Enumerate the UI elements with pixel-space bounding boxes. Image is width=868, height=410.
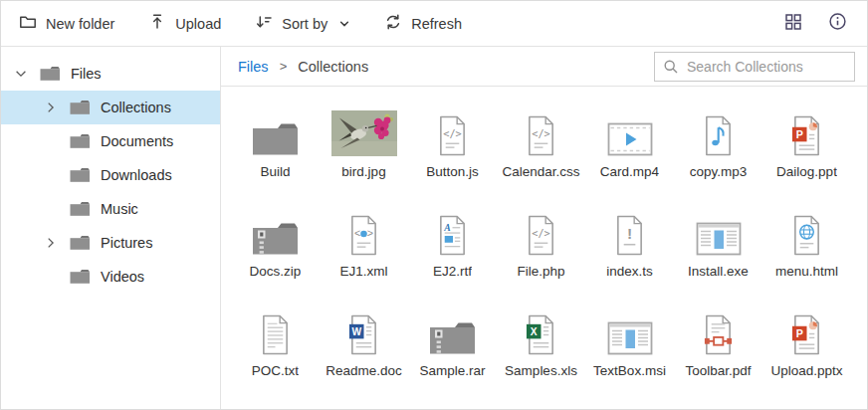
tree-item-label: Downloads: [101, 167, 172, 183]
refresh-icon: [384, 13, 402, 34]
image-file-icon: [331, 100, 397, 156]
file-name-label: File.php: [517, 264, 564, 279]
toolbar-button-label: Sort by: [282, 16, 327, 32]
info-icon: [828, 12, 847, 35]
file-name-label: bird.jpg: [341, 164, 385, 179]
chevron-right-icon[interactable]: [43, 100, 70, 115]
file-item-upload.pptx[interactable]: PUpload.pptx: [762, 296, 851, 395]
toolbar-button-label: Refresh: [411, 16, 462, 32]
file-item-toolbar.pdf[interactable]: Toolbar.pdf: [674, 296, 762, 395]
file-item-dailog.ppt[interactable]: PDailog.ppt: [762, 97, 851, 196]
search-input[interactable]: [685, 58, 848, 76]
file-name-label: TextBox.msi: [593, 363, 666, 378]
folder-icon: [70, 269, 90, 285]
svg-text:>: >: [367, 227, 373, 239]
upload-button[interactable]: Upload: [148, 13, 221, 34]
file-name-label: Install.exe: [688, 264, 749, 279]
file-name-label: EJ1.xml: [339, 264, 387, 279]
file-item-file.php[interactable]: </>File.php: [497, 196, 585, 296]
content-pane: Files>Collections Build bird.jpg</>Butto…: [221, 47, 867, 409]
ts-file-icon: !: [613, 199, 646, 256]
file-item-docs.zip[interactable]: Docs.zip: [231, 196, 320, 296]
file-item-poc.txt[interactable]: POC.txt: [231, 296, 320, 395]
file-item-ej2.rtf[interactable]: AEJ2.rtf: [408, 196, 497, 296]
svg-text:P: P: [796, 327, 803, 339]
breadcrumb-item-collections: Collections: [298, 59, 368, 75]
folder-icon: [70, 167, 90, 183]
file-name-label: Build: [260, 164, 290, 179]
archive-file-icon: [429, 299, 476, 355]
tree-item-collections[interactable]: Collections: [1, 91, 220, 124]
ppt-file-icon: P: [790, 100, 823, 156]
code-file-icon: </>: [436, 100, 469, 156]
file-item-build[interactable]: Build: [231, 97, 320, 196]
breadcrumb: Files>Collections: [238, 59, 368, 75]
file-item-textbox.msi[interactable]: TextBox.msi: [585, 296, 674, 395]
file-item-bird.jpg[interactable]: bird.jpg: [320, 97, 408, 196]
html-file-icon: [790, 199, 823, 256]
sort-by-button[interactable]: Sort by: [255, 13, 350, 34]
file-item-copy.mp3[interactable]: copy.mp3: [674, 97, 762, 196]
file-name-label: Calendar.css: [502, 164, 579, 179]
toolbar-button-label: New folder: [46, 16, 114, 32]
tree-item-files[interactable]: Files: [1, 57, 220, 91]
tree-item-label: Files: [71, 66, 102, 82]
folder-icon: [40, 66, 60, 82]
toolbar-buttons: New folderUploadSort byRefresh: [19, 13, 496, 34]
svg-text:</>: </>: [443, 128, 461, 139]
new-folder-button[interactable]: New folder: [19, 13, 114, 34]
svg-text:<: <: [354, 227, 360, 239]
tree-item-pictures[interactable]: Pictures: [1, 226, 220, 260]
svg-text:W: W: [351, 326, 361, 337]
file-name-label: POC.txt: [252, 363, 299, 378]
tree-item-downloads[interactable]: Downloads: [1, 158, 220, 192]
svg-text:P: P: [796, 128, 803, 140]
file-item-sample.rar[interactable]: Sample.rar: [408, 296, 497, 395]
file-item-index.ts[interactable]: !index.ts: [585, 196, 674, 296]
file-item-ej1.xml[interactable]: <>EJ1.xml: [320, 196, 408, 296]
folder-icon: [70, 201, 90, 217]
breadcrumb-separator: >: [280, 59, 288, 74]
file-name-label: Docs.zip: [250, 264, 302, 279]
tree-item-documents[interactable]: Documents: [1, 124, 220, 158]
file-name-label: Upload.pptx: [770, 363, 842, 378]
code-file-icon: </>: [525, 199, 557, 256]
file-name-label: Sample.rar: [419, 363, 485, 378]
svg-text:</>: </>: [532, 128, 549, 139]
file-name-label: Samples.xls: [505, 363, 577, 378]
toolbar-right-buttons: [784, 12, 847, 35]
file-name-label: Readme.doc: [326, 363, 402, 378]
file-item-install.exe[interactable]: Install.exe: [674, 196, 762, 296]
chevron-right-icon[interactable]: [43, 235, 70, 251]
file-name-label: Dailog.ppt: [776, 164, 837, 179]
file-manager: New folderUploadSort byRefresh FilesColl…: [0, 0, 868, 410]
toolbar: New folderUploadSort byRefresh: [1, 1, 867, 47]
toolbar-button-label: Upload: [175, 16, 221, 32]
breadcrumb-bar: Files>Collections: [221, 47, 867, 87]
txt-file-icon: [259, 299, 292, 355]
view-switch-button[interactable]: [784, 13, 802, 35]
exe-file-icon: [696, 199, 742, 256]
file-name-label: EJ2.rtf: [433, 264, 472, 279]
breadcrumb-item-files[interactable]: Files: [238, 59, 269, 75]
tree-item-label: Collections: [101, 100, 171, 115]
svg-text:X: X: [531, 326, 538, 337]
grid-view-icon: [784, 13, 802, 35]
file-item-button.js[interactable]: </>Button.js: [408, 97, 497, 196]
code-file-icon: </>: [525, 100, 557, 156]
file-item-readme.doc[interactable]: WReadme.doc: [320, 296, 408, 395]
exe-file-icon: [607, 299, 653, 355]
tree-item-label: Videos: [101, 269, 144, 285]
tree-item-music[interactable]: Music: [1, 192, 220, 226]
svg-text:A: A: [443, 222, 451, 233]
file-item-menu.html[interactable]: menu.html: [762, 196, 851, 296]
details-button[interactable]: [828, 12, 847, 35]
file-item-calendar.css[interactable]: </>Calendar.css: [497, 97, 585, 196]
file-item-samples.xls[interactable]: XSamples.xls: [497, 296, 585, 395]
folder-tree-sidebar: FilesCollectionsDocumentsDownloadsMusicP…: [1, 47, 221, 409]
file-item-card.mp4[interactable]: Card.mp4: [585, 97, 674, 196]
audio-file-icon: [702, 100, 735, 156]
refresh-button[interactable]: Refresh: [384, 13, 462, 34]
tree-item-videos[interactable]: Videos: [1, 260, 220, 294]
chevron-down-icon[interactable]: [13, 66, 40, 82]
